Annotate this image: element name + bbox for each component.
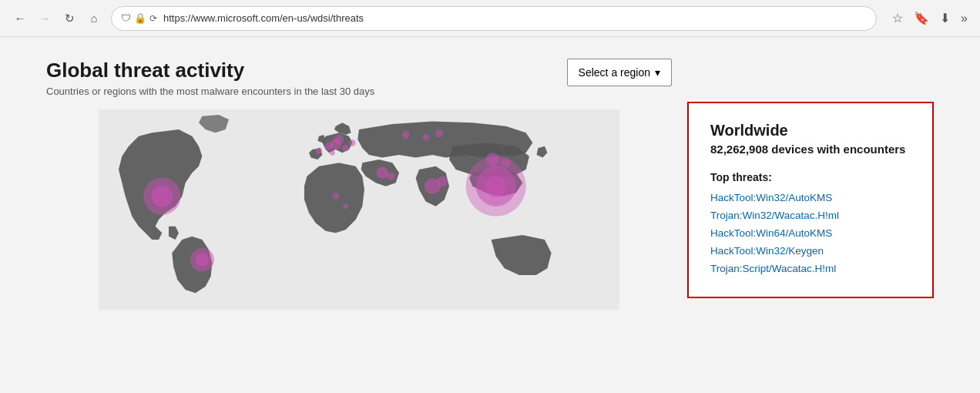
threat-link[interactable]: HackTool:Win32/Keygen xyxy=(710,243,911,260)
threat-link[interactable]: Trojan:Script/Wacatac.H!ml xyxy=(710,260,911,278)
page-title: Global threat activity xyxy=(46,59,374,82)
threat-link[interactable]: HackTool:Win64/AutoKMS xyxy=(710,225,911,243)
svg-point-7 xyxy=(349,139,356,146)
threat-link[interactable]: Trojan:Win32/Wacatac.H!ml xyxy=(710,207,911,225)
svg-point-23 xyxy=(435,129,443,137)
svg-point-19 xyxy=(486,153,499,166)
title-block: Global threat activity Countries or regi… xyxy=(46,59,374,97)
top-threats-label: Top threats: xyxy=(710,171,911,183)
forward-button[interactable]: → xyxy=(34,8,55,29)
left-section: Global threat activity Countries or regi… xyxy=(46,59,672,378)
select-region-button[interactable]: Select a region ▾ xyxy=(567,59,672,86)
url-text: https://www.microsoft.com/en-us/wdsi/thr… xyxy=(163,12,867,24)
bookmark-icon[interactable]: 🔖 xyxy=(911,8,932,29)
svg-point-4 xyxy=(342,145,349,152)
svg-point-20 xyxy=(502,158,511,167)
back-button[interactable]: ← xyxy=(9,8,31,29)
home-button[interactable]: ⌂ xyxy=(83,8,105,29)
map-container xyxy=(46,109,672,378)
lock-icon: 🔒 xyxy=(134,12,146,24)
page-content: Global threat activity Countries or regi… xyxy=(0,37,980,393)
svg-point-5 xyxy=(325,143,333,150)
select-region-label: Select a region xyxy=(579,66,650,79)
svg-point-8 xyxy=(330,150,335,156)
page-subtitle: Countries or regions with the most malwa… xyxy=(46,86,374,97)
world-map xyxy=(46,109,672,310)
svg-point-21 xyxy=(401,131,409,139)
svg-point-25 xyxy=(343,203,348,209)
download-icon[interactable]: ⬇ xyxy=(937,8,953,29)
reload-icon: ⟳ xyxy=(149,13,157,24)
svg-point-6 xyxy=(334,135,344,144)
svg-point-16 xyxy=(387,173,394,180)
refresh-button[interactable]: ↻ xyxy=(59,8,80,29)
svg-point-18 xyxy=(196,254,209,267)
chevron-down-icon: ▾ xyxy=(655,66,660,79)
svg-point-15 xyxy=(377,167,389,180)
header-row: Global threat activity Countries or regi… xyxy=(46,59,672,97)
svg-point-14 xyxy=(437,176,448,187)
svg-point-2 xyxy=(151,186,173,207)
threats-list: HackTool:Win32/AutoKMSTrojan:Win32/Wacat… xyxy=(710,190,911,278)
address-bar[interactable]: 🛡 🔒 ⟳ https://www.microsoft.com/en-us/wd… xyxy=(111,6,877,31)
favorites-icon[interactable]: ☆ xyxy=(889,8,906,29)
svg-point-22 xyxy=(422,134,429,141)
svg-point-12 xyxy=(485,176,507,197)
svg-point-24 xyxy=(332,193,339,200)
info-panel: Worldwide 82,262,908 devices with encoun… xyxy=(687,102,934,298)
browser-chrome: ← → ↻ ⌂ 🛡 🔒 ⟳ https://www.microsoft.com/… xyxy=(0,0,980,37)
nav-buttons: ← → ↻ ⌂ xyxy=(9,8,105,29)
info-devices: 82,262,908 devices with encounters xyxy=(710,143,911,156)
threat-link[interactable]: HackTool:Win32/AutoKMS xyxy=(710,190,911,207)
info-region: Worldwide xyxy=(710,122,911,139)
more-icon[interactable]: » xyxy=(958,8,971,29)
svg-point-9 xyxy=(316,148,323,155)
shield-icon: 🛡 xyxy=(121,12,131,24)
